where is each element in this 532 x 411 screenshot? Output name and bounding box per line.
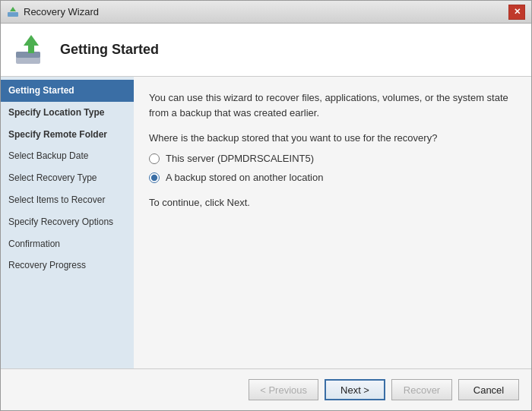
sidebar-item-recovery-type[interactable]: Select Recovery Type (1, 167, 134, 189)
radio-this-server[interactable] (149, 153, 160, 164)
cancel-button[interactable]: Cancel (458, 379, 519, 400)
description-line2: from a backup that was created earlier. (149, 107, 319, 119)
header-icon (13, 32, 49, 68)
title-bar-left: Recovery Wizard (7, 6, 99, 18)
recover-button[interactable]: Recover (391, 379, 452, 400)
previous-button[interactable]: < Previous (249, 379, 318, 400)
sidebar-item-items-recover[interactable]: Select Items to Recover (1, 189, 134, 211)
sidebar-item-backup-date[interactable]: Select Backup Date (1, 145, 134, 167)
description-text: You can use this wizard to recover files… (149, 90, 516, 120)
title-bar: Recovery Wizard ✕ (1, 1, 531, 24)
radio-option-another-location[interactable]: A backup stored on another location (149, 172, 516, 183)
main-content: Getting Started Specify Location Type Sp… (1, 77, 531, 368)
radio-another-location-label: A backup stored on another location (166, 172, 323, 183)
radio-this-server-label: This server (DPMDRSCALEINT5) (166, 153, 314, 164)
sidebar-item-confirmation[interactable]: Confirmation (1, 233, 134, 255)
next-button[interactable]: Next > (325, 379, 385, 400)
title-bar-icon (7, 6, 19, 18)
footer: < Previous Next > Recover Cancel (1, 368, 531, 410)
content-area: You can use this wizard to recover files… (134, 77, 531, 368)
radio-option-this-server[interactable]: This server (DPMDRSCALEINT5) (149, 153, 516, 164)
sidebar-item-recovery-progress[interactable]: Recovery Progress (1, 255, 134, 277)
sidebar-item-recovery-options[interactable]: Specify Recovery Options (1, 211, 134, 233)
header-title: Getting Started (60, 42, 159, 58)
svg-marker-1 (10, 7, 16, 11)
svg-rect-0 (8, 12, 18, 17)
close-button[interactable]: ✕ (508, 5, 525, 20)
sidebar-item-location-type[interactable]: Specify Location Type (1, 102, 134, 124)
radio-group: This server (DPMDRSCALEINT5) A backup st… (149, 153, 516, 183)
continue-text: To continue, click Next. (149, 197, 516, 208)
title-bar-text: Recovery Wizard (24, 6, 99, 17)
svg-marker-4 (24, 35, 39, 46)
sidebar: Getting Started Specify Location Type Sp… (1, 77, 134, 368)
wizard-window: Recovery Wizard ✕ Getting Started Gettin… (0, 0, 532, 411)
sidebar-item-getting-started[interactable]: Getting Started (1, 80, 134, 102)
question-text: Where is the backup stored that you want… (149, 132, 516, 144)
sidebar-item-remote-folder[interactable]: Specify Remote Folder (1, 124, 134, 146)
description-line1: You can use this wizard to recover files… (149, 92, 508, 103)
svg-rect-5 (28, 46, 34, 53)
header-section: Getting Started (1, 24, 531, 77)
wizard-icon (13, 32, 49, 68)
radio-another-location[interactable] (149, 172, 160, 183)
